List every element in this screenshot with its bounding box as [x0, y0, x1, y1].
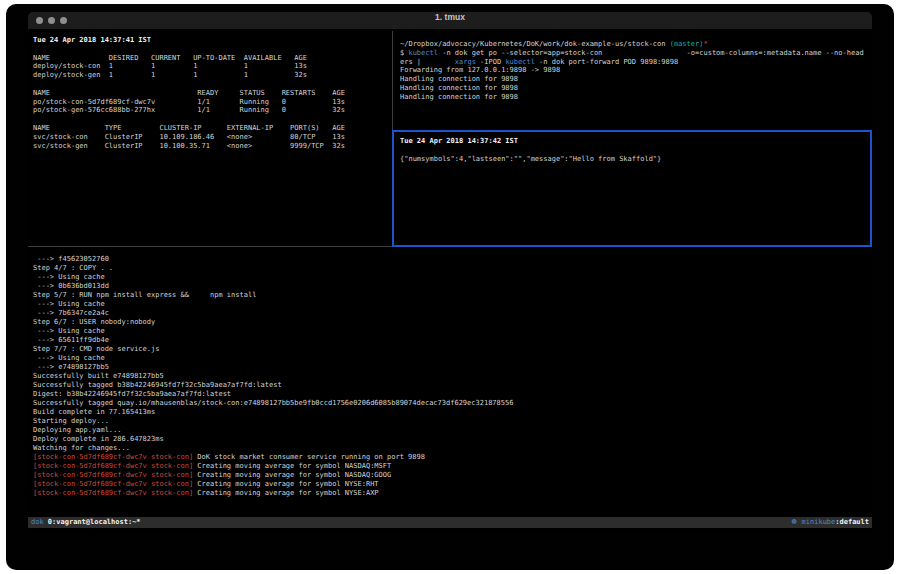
terminal-line: po/stock-con-5d7df689cf-dwc7v 1/1 Runnin… — [33, 98, 391, 107]
terminal-line: deploy/stock-con 1 1 1 1 13s — [33, 62, 391, 71]
terminal-line: [stock-con-5d7df689cf-dwc7v stock-con] C… — [33, 471, 871, 480]
terminal-line: Step 5/7 : RUN npm install express && np… — [33, 291, 871, 300]
terminal-line — [400, 146, 870, 155]
terminal-line: Tue 24 Apr 2018 14:37:41 IST — [33, 36, 391, 45]
pane-kubectl-watch[interactable]: Tue 24 Apr 2018 14:37:41 ISTNAME DESIRED… — [33, 36, 391, 150]
pane-divider-vertical-top — [392, 31, 393, 130]
terminal-line: Tue 24 Apr 2018 14:37:42 IST — [400, 137, 870, 146]
terminal-line: ---> Using cache — [33, 300, 871, 309]
terminal-line: Handling connection for 9898 — [400, 84, 872, 93]
tmux-status-bar: dok 0:vagrant@localhost:~* ☸ minikube:de… — [28, 517, 872, 528]
terminal-line: Deploy complete in 286.647823ms — [33, 435, 871, 444]
terminal-line: [stock-con-5d7df689cf-dwc7v stock-con] C… — [33, 480, 871, 489]
terminal-window: 1. tmux Tue 24 Apr 2018 14:37:41 ISTNAME… — [6, 4, 894, 570]
terminal-line: [stock-con-5d7df689cf-dwc7v stock-con] D… — [33, 453, 871, 462]
terminal-line: Successfully tagged b38b42246945fd7f32c5… — [33, 381, 871, 390]
terminal-line: ---> Using cache — [33, 327, 871, 336]
terminal-line: Step 7/7 : CMD node service.js — [33, 345, 871, 354]
pane-divider-horizontal-left — [28, 246, 392, 247]
window-titlebar: 1. tmux — [28, 12, 872, 29]
terminal-line: Step 4/7 : COPY . . — [33, 264, 871, 273]
active-pane-border-top — [392, 130, 872, 132]
terminal-line: ~/Dropbox/advocacy/Kubernetes/DoK/work/d… — [400, 40, 872, 49]
terminal-line — [33, 80, 391, 89]
terminal-line — [33, 45, 391, 54]
active-pane-border-bottom — [392, 245, 872, 247]
kube-context: minikube — [797, 518, 835, 526]
terminal-line: Handling connection for 9898 — [400, 75, 872, 84]
terminal-line: Build complete in 77.165413ms — [33, 408, 871, 417]
status-right: ☸ minikube:default — [791, 517, 869, 528]
terminal-line: ---> 7b6347ce2a4c — [33, 309, 871, 318]
pane-port-forward[interactable]: ~/Dropbox/advocacy/Kubernetes/DoK/work/d… — [400, 40, 872, 102]
terminal-line: deploy/stock-gen 1 1 1 1 32s — [33, 71, 391, 80]
active-pane-border-right — [870, 130, 872, 247]
terminal-line: po/stock-gen-576cc688bb-277hx 1/1 Runnin… — [33, 106, 391, 115]
terminal-line: [stock-con-5d7df689cf-dwc7v stock-con] C… — [33, 462, 871, 471]
terminal-line: $ kubectl -n dok get po --selector=app=s… — [400, 49, 872, 58]
terminal-line: Step 6/7 : USER nobody:nobody — [33, 318, 871, 327]
terminal-line: ---> Using cache — [33, 354, 871, 363]
terminal-line — [33, 115, 391, 124]
terminal-line: ---> 0b636bd013dd — [33, 282, 871, 291]
terminal-line: NAME DESIRED CURRENT UP-TO-DATE AVAILABL… — [33, 54, 391, 63]
active-pane-border-left — [392, 130, 394, 247]
terminal-line: Starting deploy... — [33, 417, 871, 426]
session-name[interactable]: dok — [31, 518, 44, 526]
terminal-line: Watching for changes... — [33, 444, 871, 453]
window-title: 1. tmux — [28, 12, 872, 29]
terminal-line: ---> Using cache — [33, 273, 871, 282]
terminal-line: Successfully tagged quay.io/mhausenblas/… — [33, 399, 871, 408]
terminal-line: NAME TYPE CLUSTER-IP EXTERNAL-IP PORT(S)… — [33, 124, 391, 133]
terminal-line: svc/stock-con ClusterIP 10.109.186.46 <n… — [33, 133, 391, 142]
terminal-line: ---> e74898127bb5 — [33, 363, 871, 372]
terminal-line: Forwarding from 127.0.0.1:9898 -> 9898 — [400, 66, 872, 75]
status-window-item[interactable]: 0:vagrant@localhost:~* — [44, 518, 141, 526]
terminal-line: ---> f45623052760 — [33, 255, 871, 264]
terminal-line: Deploying app.yaml... — [33, 426, 871, 435]
pane-curl-output[interactable]: Tue 24 Apr 2018 14:37:42 IST{"numsymbols… — [400, 137, 870, 163]
terminal-line: Digest: b38b42246945fd7f32c5ba9aea7af7fd… — [33, 390, 871, 399]
terminal-line: Successfully built e74898127bb5 — [33, 372, 871, 381]
tmux-session: Tue 24 Apr 2018 14:37:41 ISTNAME DESIRED… — [28, 29, 872, 532]
terminal-line: Handling connection for 9898 — [400, 93, 872, 102]
terminal-line: ers | xargs -IPOD kubectl -n dok port-fo… — [400, 58, 872, 67]
pane-skaffold-build[interactable]: ---> f45623052760Step 4/7 : COPY . . ---… — [33, 255, 871, 498]
terminal-line: {"numsymbols":4,"lastseen":"","message":… — [400, 155, 870, 164]
terminal-line: svc/stock-gen ClusterIP 10.100.35.71 <no… — [33, 142, 391, 151]
terminal-line: [stock-con-5d7df689cf-dwc7v stock-con] C… — [33, 489, 871, 498]
terminal-line: ---> 65611ff9db4e — [33, 336, 871, 345]
kube-namespace: :default — [835, 518, 869, 526]
terminal-line: NAME READY STATUS RESTARTS AGE — [33, 89, 391, 98]
